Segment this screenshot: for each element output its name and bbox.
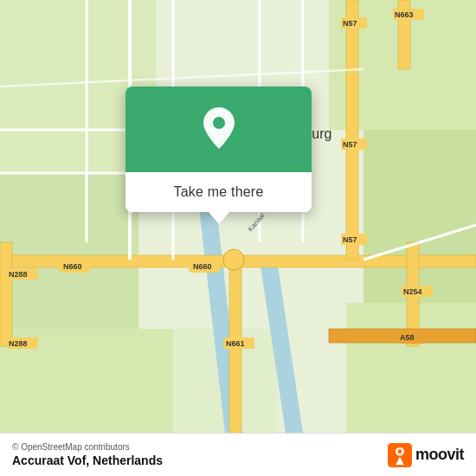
pin-icon bbox=[198, 106, 240, 157]
svg-text:N663: N663 bbox=[395, 10, 414, 19]
svg-point-54 bbox=[398, 449, 402, 453]
svg-text:N288: N288 bbox=[9, 270, 28, 279]
svg-rect-6 bbox=[363, 130, 476, 303]
svg-point-50 bbox=[223, 249, 244, 270]
map-view[interactable]: N660 N660 N661 N57 N57 N57 N663 N254 A58… bbox=[0, 0, 476, 433]
svg-rect-2 bbox=[0, 173, 138, 329]
location-name: Accuraat Vof, Netherlands bbox=[12, 453, 163, 467]
location-popup: Take me there bbox=[125, 87, 312, 212]
osm-credit: © OpenStreetMap contributors bbox=[12, 442, 163, 452]
svg-text:N254: N254 bbox=[403, 287, 422, 296]
popup-header bbox=[125, 87, 312, 172]
svg-text:N288: N288 bbox=[9, 339, 28, 348]
svg-rect-18 bbox=[346, 0, 358, 260]
svg-rect-34 bbox=[0, 242, 12, 346]
popup-tail bbox=[209, 212, 229, 224]
take-me-there-button[interactable]: Take me there bbox=[125, 172, 312, 212]
moovit-brand-icon bbox=[388, 443, 412, 467]
svg-text:N57: N57 bbox=[343, 235, 357, 244]
moovit-text: moovit bbox=[415, 446, 464, 464]
svg-point-51 bbox=[213, 117, 225, 129]
svg-text:N57: N57 bbox=[343, 140, 357, 149]
bottom-info: © OpenStreetMap contributors Accuraat Vo… bbox=[12, 442, 163, 467]
svg-text:N660: N660 bbox=[193, 262, 212, 271]
svg-text:N661: N661 bbox=[226, 339, 245, 348]
svg-text:A58: A58 bbox=[400, 333, 415, 342]
svg-text:N57: N57 bbox=[343, 19, 357, 28]
moovit-logo: moovit bbox=[388, 443, 464, 467]
bottom-bar: © OpenStreetMap contributors Accuraat Vo… bbox=[0, 433, 476, 476]
svg-text:N660: N660 bbox=[63, 262, 82, 271]
